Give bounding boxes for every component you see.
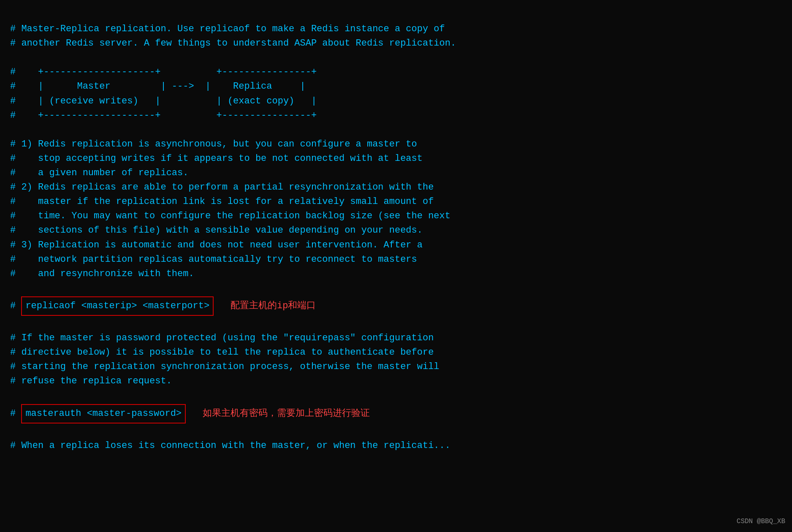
code-line: # 2) Redis replicas are able to perform … [10,180,782,195]
command-box: replicaof <masterip> <masterport> [21,296,214,316]
code-content: # Master-Replica replication. Use replic… [10,8,782,453]
code-line: # stop accepting writes if it appears to… [10,152,782,166]
code-line: # | (receive writes) | | (exact copy) | [10,94,782,109]
empty-line [10,281,782,296]
code-line: # +--------------------+ +--------------… [10,109,782,123]
code-line: # network partition replicas automatical… [10,252,782,267]
code-line: # directive below) it is possible to tel… [10,345,782,360]
code-line: # Master-Replica replication. Use replic… [10,22,782,36]
code-line: # and resynchronize with them. [10,267,782,281]
watermark-label: CSDN @BBQ_XB [737,516,785,527]
code-line: # When a replica loses its connection wi… [10,439,782,453]
code-line: # a given number of replicas. [10,166,782,180]
code-line: # sections of this file) with a sensible… [10,223,782,238]
highlighted-line: # replicaof <masterip> <masterport>配置主机的… [10,296,782,317]
code-line: # refuse the replica request. [10,374,782,388]
code-line: # | Master | ---> | Replica | [10,79,782,94]
code-line: # starting the replication synchronizati… [10,360,782,374]
empty-line [10,317,782,331]
empty-line [10,424,782,439]
code-line: # time. You may want to configure the re… [10,209,782,223]
code-line: # 3) Replication is automatic and does n… [10,238,782,252]
empty-line [10,123,782,137]
hash-prefix: # [10,299,21,313]
highlighted-line: # masterauth <master-password>如果主机有密码，需要… [10,403,782,424]
empty-line [10,51,782,65]
code-line: # +--------------------+ +--------------… [10,65,782,79]
code-line: # If the master is password protected (u… [10,331,782,345]
code-line: # master if the replication link is lost… [10,195,782,209]
annotation-text: 配置主机的ip和端口 [231,299,316,313]
code-line: # 1) Redis replication is asynchronous, … [10,137,782,152]
empty-line [10,388,782,403]
hash-prefix: # [10,407,21,421]
annotation-text: 如果主机有密码，需要加上密码进行验证 [203,407,370,421]
code-line: # another Redis server. A few things to … [10,36,782,51]
command-box: masterauth <master-password> [21,404,186,423]
